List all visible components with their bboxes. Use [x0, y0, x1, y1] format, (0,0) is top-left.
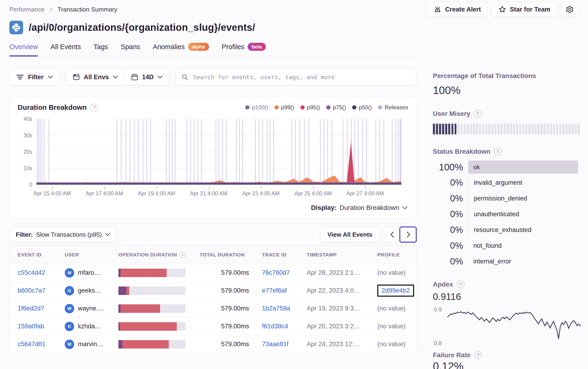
content: Filter All Envs: [10, 65, 578, 369]
legend-label: p99(): [281, 104, 294, 111]
misery-tick: [519, 124, 521, 134]
misery-tick: [532, 124, 534, 134]
help-icon[interactable]: ?: [179, 252, 186, 258]
legend-label: p50(): [359, 104, 372, 111]
environment-value: All Envs: [84, 74, 109, 81]
misery-tick: [439, 124, 441, 134]
event-id-link[interactable]: 159a0fab: [18, 323, 44, 330]
misery-tick: [544, 124, 546, 134]
x-tick-mark: [313, 186, 314, 189]
misery-tick: [565, 124, 567, 134]
star-for-team-label: Star for Team: [510, 6, 550, 13]
help-icon[interactable]: ?: [90, 104, 98, 111]
search-input[interactable]: [193, 74, 410, 81]
trace-id-link[interactable]: e77ef6af: [262, 287, 287, 294]
create-alert-button[interactable]: Create Alert: [427, 2, 487, 17]
status-row-invalid_argument: 0%invalid_argument: [433, 176, 578, 189]
legend-label: p95(): [307, 104, 320, 111]
failure-rate-label: Failure Rate: [433, 351, 471, 359]
misery-tick: [522, 124, 525, 134]
total-duration: 579.00ms: [200, 269, 262, 276]
tab-label: Profiles: [222, 43, 245, 51]
apdex-section: Apdex ? 0.9116 0.9 0.8: [433, 280, 578, 346]
profile-cell: (no value): [377, 323, 408, 330]
transaction-summary-page: Performance Transaction Summary Create A…: [0, 0, 588, 369]
misery-tick: [559, 124, 561, 134]
status-breakdown-label: Status Breakdown: [433, 148, 490, 155]
misery-tick: [525, 124, 527, 134]
user-cell: Ggeeks…: [65, 286, 118, 295]
environment-dropdown[interactable]: All Envs: [66, 69, 124, 85]
bar-segment-db: [118, 340, 122, 349]
view-all-events-button[interactable]: View All Events: [320, 227, 380, 242]
tab-anomalies[interactable]: Anomaliesalpha: [153, 43, 209, 56]
legend-item-p99[interactable]: p99(): [274, 104, 294, 111]
legend-item-p75[interactable]: p75(): [326, 104, 346, 111]
settings-button[interactable]: [561, 2, 578, 17]
status-row-resource_exhausted: 0%resource_exhausted: [433, 223, 578, 237]
trace-id-link[interactable]: 76c760d7: [262, 269, 290, 276]
username: geeks…: [78, 287, 101, 294]
avatar: M: [65, 340, 74, 349]
misery-tick: [550, 124, 552, 134]
gear-icon: [565, 5, 574, 14]
status-percent: 0%: [433, 256, 463, 267]
filters-row: Filter All Envs: [10, 69, 416, 85]
trace-id-link[interactable]: f61d38c4: [262, 323, 288, 330]
tab-spans[interactable]: Spans: [121, 43, 140, 56]
tab-all-events[interactable]: All Events: [51, 43, 81, 56]
breadcrumb-performance[interactable]: Performance: [10, 6, 44, 13]
status-breakdown-section: Status Breakdown ? 100%ok0%invalid_argum…: [433, 148, 578, 268]
display-dropdown[interactable]: Duration Breakdown: [339, 204, 408, 211]
event-id-link[interactable]: c55c4d42: [18, 269, 45, 276]
legend-item-releases[interactable]: Releases: [378, 104, 408, 111]
tab-tags[interactable]: Tags: [94, 43, 108, 56]
status-label: invalid_argument: [468, 176, 522, 189]
x-tick-label: Apr 19 4:00 AM: [138, 190, 175, 197]
trace-id-link[interactable]: 73aae81f: [262, 340, 289, 348]
x-tick-mark: [52, 186, 53, 189]
profile-link[interactable]: 2d99e4b2: [382, 287, 410, 294]
help-icon[interactable]: ?: [494, 148, 502, 155]
event-id-link[interactable]: 1f6ed2d7: [18, 305, 44, 312]
tab-overview[interactable]: Overview: [10, 43, 38, 56]
help-icon[interactable]: ?: [474, 351, 482, 359]
date-range-dropdown[interactable]: 14D: [124, 69, 169, 85]
previous-page-button[interactable]: [384, 227, 400, 242]
events-filter-dropdown[interactable]: Filter: Slow Transactions (p95): [10, 227, 116, 242]
failure-rate-value: 0.12%: [433, 360, 578, 369]
star-for-team-button[interactable]: Star for Team: [492, 2, 557, 17]
misery-tick: [504, 124, 506, 134]
status-percent: 0%: [433, 178, 463, 188]
next-page-button[interactable]: [400, 227, 416, 242]
chevron-down-icon: [113, 75, 118, 79]
username: mfaro…: [78, 269, 101, 276]
filter-dropdown[interactable]: Filter: [10, 69, 60, 85]
chevron-down-icon: [48, 75, 53, 79]
column-header-operation-duration: OPERATION DURATION?: [118, 252, 200, 258]
chevron-left-icon: [389, 231, 395, 238]
status-row-internal_error: 0%internal_error: [433, 255, 578, 268]
tab-profiles[interactable]: Profilesbeta: [222, 43, 266, 56]
chevron-down-icon: [105, 233, 110, 236]
status-percent: 0%: [433, 193, 463, 204]
operation-duration-bar: [118, 340, 186, 349]
y-tick-label: 40s: [18, 116, 32, 122]
misery-tick: [461, 124, 463, 134]
title-row: /api/0/organizations/{organization_slug}…: [10, 21, 578, 34]
pagination: [384, 227, 416, 242]
operation-duration-bar: [118, 287, 186, 295]
column-header-label: EVENT ID: [18, 252, 42, 258]
event-id-link[interactable]: c5647d81: [18, 340, 46, 348]
timestamp: Apr 20, 2023 3:2…: [307, 323, 377, 330]
trace-id-link[interactable]: 1b2a759a: [262, 305, 290, 312]
profile-cell: 2d99e4b2: [377, 285, 414, 297]
help-icon[interactable]: ?: [474, 110, 482, 118]
legend-item-p50[interactable]: p50(): [352, 104, 372, 111]
event-id-link[interactable]: b600c7a7: [18, 287, 46, 294]
legend-item-p100[interactable]: p100(): [245, 104, 268, 111]
status-row-ok: 100%ok: [433, 160, 578, 174]
help-icon[interactable]: ?: [457, 280, 464, 288]
total-duration: 579.00ms: [200, 305, 262, 312]
legend-item-p95[interactable]: p95(): [300, 104, 320, 111]
